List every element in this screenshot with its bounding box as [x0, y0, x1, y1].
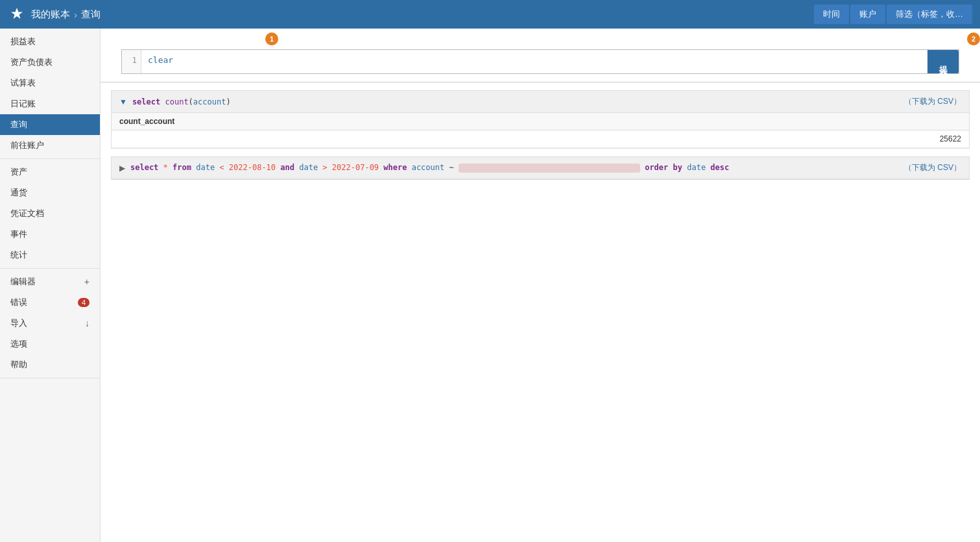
errors-badge: 4 [78, 298, 90, 307]
add-editor-icon[interactable]: + [84, 277, 90, 287]
code-editor: 1 clear 提交 [121, 49, 959, 74]
collapse-btn-2[interactable]: ▶ [119, 164, 125, 173]
result-header-1: ▼ select count(account) （下载为 CSV） [112, 91, 969, 113]
breadcrumb: 我的账本 › 查询 [31, 8, 814, 21]
breadcrumb-separator: › [74, 9, 77, 20]
csv-download-1[interactable]: （下载为 CSV） [904, 96, 961, 107]
query-input[interactable]: clear [141, 50, 927, 73]
sidebar-section-3: 编辑器 + 错误 4 导入 ↓ 选项 帮助 [0, 269, 100, 378]
cell-count-account: 25622 [112, 130, 969, 148]
result-table-1: count_account 25622 [112, 113, 969, 148]
sidebar-item-balance[interactable]: 资产负债表 [0, 52, 100, 73]
result-header-left-1: ▼ select count(account) [119, 97, 231, 106]
editor-badge: 1 [265, 32, 278, 45]
filter-button[interactable]: 筛选（标签，收… [887, 5, 972, 24]
account-button[interactable]: 账户 [850, 5, 885, 24]
result-header-left-2: ▶ select * from date < [119, 163, 729, 173]
app-header: 我的账本 › 查询 时间 账户 筛选（标签，收… [0, 0, 980, 29]
app-logo [8, 5, 26, 23]
sidebar-item-trial[interactable]: 试算表 [0, 73, 100, 93]
line-numbers: 1 [122, 50, 141, 73]
sidebar-item-options[interactable]: 选项 [0, 334, 100, 354]
submit-button[interactable]: 提交 [927, 50, 959, 73]
sql-display-1: select count(account) [132, 97, 231, 106]
result-block-2: ▶ select * from date < [111, 156, 970, 180]
sidebar-item-errors[interactable]: 错误 4 [0, 292, 100, 313]
results-area: ▼ select count(account) （下载为 CSV） count_… [101, 82, 980, 542]
import-icon: ↓ [85, 318, 90, 328]
sidebar-item-journal[interactable]: 日记账 [0, 93, 100, 114]
sidebar-item-currency[interactable]: 通货 [0, 182, 100, 203]
collapse-btn-1[interactable]: ▼ [119, 97, 127, 106]
sidebar-item-assets[interactable]: 资产 [0, 162, 100, 182]
query-editor-section: 1 2 1 clear 提交 [101, 29, 980, 82]
csv-download-2[interactable]: （下载为 CSV） [904, 162, 961, 173]
sidebar-section-1: 损益表 资产负债表 试算表 日记账 查询 前往账户 [0, 29, 100, 159]
breadcrumb-current: 查询 [81, 8, 101, 21]
sidebar-item-goto[interactable]: 前往账户 [0, 135, 100, 156]
table-row: 25622 [112, 130, 969, 148]
sidebar-item-import[interactable]: 导入 ↓ [0, 313, 100, 334]
col-header-count-account: count_account [112, 113, 969, 130]
submit-badge: 2 [967, 32, 980, 45]
breadcrumb-home[interactable]: 我的账本 [31, 8, 70, 21]
header-actions: 时间 账户 筛选（标签，收… [814, 5, 972, 24]
sidebar-item-stats[interactable]: 统计 [0, 245, 100, 265]
main-layout: 损益表 资产负债表 试算表 日记账 查询 前往账户 资产 通货 [0, 29, 980, 542]
sql-display-2: select * from date < 2022-08-10 [130, 163, 729, 173]
sidebar-item-pnl[interactable]: 损益表 [0, 31, 100, 52]
time-button[interactable]: 时间 [814, 5, 849, 24]
result-header-2: ▶ select * from date < [112, 157, 969, 179]
sidebar-item-query[interactable]: 查询 [0, 114, 100, 135]
sidebar-item-documents[interactable]: 凭证文档 [0, 203, 100, 224]
sidebar-item-events[interactable]: 事件 [0, 224, 100, 245]
sidebar-item-help[interactable]: 帮助 [0, 354, 100, 375]
sidebar-section-2: 资产 通货 凭证文档 事件 统计 [0, 159, 100, 269]
sidebar-item-editor[interactable]: 编辑器 + [0, 271, 100, 292]
sidebar: 损益表 资产负债表 试算表 日记账 查询 前往账户 资产 通货 [0, 29, 101, 542]
main-content: 1 2 1 clear 提交 ▼ select [101, 29, 980, 542]
result-block-1: ▼ select count(account) （下载为 CSV） count_… [111, 90, 970, 149]
